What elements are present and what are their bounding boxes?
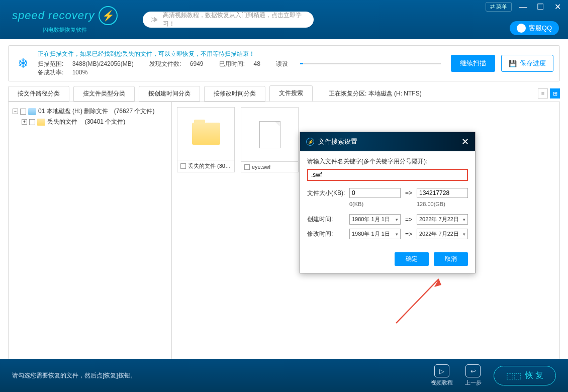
tab-path[interactable]: 按文件路径分类 (8, 86, 69, 102)
list-view-button[interactable]: ≡ (538, 88, 548, 99)
size-label: 文件大小(KB): (307, 189, 346, 198)
scan-icon: ❄ (15, 56, 32, 71)
tab-create-time[interactable]: 按创建时间分类 (139, 86, 200, 102)
recover-button[interactable]: ⬚⬚ 恢 复 (494, 366, 556, 385)
tree-child[interactable]: + 丢失的文件 (30401 个文件) (22, 117, 167, 127)
video-tutorial-button[interactable]: ▷ 视频教程 (431, 364, 453, 386)
size-from-input[interactable] (349, 188, 401, 198)
file-item-swf[interactable]: eye.swf (241, 107, 299, 172)
modify-time-label: 修改时间: (307, 230, 346, 238)
logo: speed recovery ⚡ 闪电数据恢复软件 (12, 6, 118, 34)
file-icon (259, 121, 280, 148)
collapse-icon[interactable]: − (13, 109, 18, 114)
folder-icon (37, 119, 45, 126)
dialog-header: ⚡ 文件搜索设置 ✕ (300, 132, 475, 151)
scan-progress (300, 63, 441, 64)
tutorial-banner[interactable]: 🕪 高清视频教程，数据恢复从入门到精通，点击立即学习！ (143, 12, 314, 28)
qq-support-button[interactable]: 客服QQ (510, 21, 559, 35)
app-header: speed recovery ⚡ 闪电数据恢复软件 🕪 高清视频教程，数据恢复从… (0, 0, 568, 39)
folder-tree: − 01 本地磁盘 (H:) 删除文件 (76627 个文件) + 丢失的文件 … (9, 102, 172, 367)
keyword-label: 请输入文件名关键字(多个关键字用分号隔开): (307, 157, 468, 166)
ok-button[interactable]: 确定 (395, 252, 429, 266)
file-checkbox[interactable] (180, 163, 186, 169)
chevron-down-icon: ▾ (463, 232, 465, 237)
close-icon[interactable]: ✕ (461, 136, 469, 147)
footer-hint: 请勾选您需要恢复的文件，然后点[恢复]按钮。 (12, 371, 136, 380)
tab-bar: 按文件路径分类 按文件类型分类 按创建时间分类 按修改时间分类 文件搜索 正在恢… (0, 85, 568, 102)
back-icon: ↩ (465, 364, 481, 377)
logo-subtitle: 闪电数据恢复软件 (43, 26, 87, 34)
recover-icon: ⬚⬚ (506, 371, 521, 380)
qq-icon (517, 24, 526, 33)
grid-view-button[interactable]: ⊞ (550, 88, 560, 99)
size-to-hint: 128.00(GB) (417, 201, 468, 207)
save-progress-button[interactable]: 💾保存进度 (501, 55, 553, 72)
scan-status-bar: ❄ 正在扫描文件，如果已经找到您丢失的文件，可以立即恢复，不用等待扫描结束！ 扫… (8, 45, 560, 81)
close-button[interactable]: ✕ (552, 2, 563, 12)
keyword-input[interactable] (307, 169, 468, 181)
expand-icon[interactable]: + (22, 119, 27, 125)
speaker-icon: 🕪 (150, 15, 158, 24)
arrow-label: => (404, 189, 414, 197)
folder-icon (192, 123, 220, 145)
modify-from-picker[interactable]: 1980年 1月 1日▾ (349, 229, 401, 239)
maximize-button[interactable]: ☐ (535, 2, 546, 12)
size-from-hint: 0(KB) (349, 201, 401, 207)
back-button[interactable]: ↩ 上一步 (465, 364, 482, 386)
tree-checkbox[interactable] (20, 109, 26, 115)
tree-checkbox[interactable] (29, 119, 35, 125)
continue-scan-button[interactable]: 继续扫描 (451, 55, 495, 72)
view-toggle: ≡ ⊞ (538, 88, 560, 99)
search-settings-dialog: ⚡ 文件搜索设置 ✕ 请输入文件名关键字(多个关键字用分号隔开): 文件大小(K… (300, 132, 476, 273)
content-area: − 01 本地磁盘 (H:) 删除文件 (76627 个文件) + 丢失的文件 … (8, 102, 560, 368)
partition-label: 正在恢复分区: 本地磁盘 (H: NTFS) (329, 89, 422, 98)
bolt-icon: ⚡ (306, 138, 314, 146)
file-item-folder[interactable]: 丢失的文件 (30… (177, 107, 235, 172)
scan-detail: 扫描范围: 3488(MB)/242056(MB) 发现文件数: 6949 已用… (38, 60, 290, 77)
cancel-button[interactable]: 取消 (434, 252, 468, 266)
tab-type[interactable]: 按文件类型分类 (73, 86, 135, 102)
menu-button[interactable]: ⇄ 菜单 (486, 2, 512, 12)
tree-root[interactable]: − 01 本地磁盘 (H:) 删除文件 (76627 个文件) (13, 106, 167, 117)
save-icon: 💾 (509, 60, 517, 67)
file-checkbox[interactable] (244, 164, 250, 170)
tab-modify-time[interactable]: 按修改时间分类 (204, 86, 265, 102)
chevron-down-icon: ▾ (396, 232, 398, 237)
chevron-down-icon: ▾ (463, 217, 465, 222)
minimize-button[interactable]: — (518, 3, 529, 12)
chevron-down-icon: ▾ (396, 217, 398, 222)
dialog-title: 文件搜索设置 (318, 137, 357, 146)
play-icon: ▷ (434, 364, 449, 377)
create-to-picker[interactable]: 2022年 7月22日▾ (417, 214, 468, 225)
disk-icon (28, 108, 36, 115)
scan-status-text: 正在扫描文件，如果已经找到您丢失的文件，可以立即恢复，不用等待扫描结束！ (38, 50, 290, 58)
modify-to-picker[interactable]: 2022年 7月22日▾ (417, 229, 468, 239)
create-time-label: 创建时间: (307, 215, 346, 224)
size-to-input[interactable] (417, 188, 468, 198)
window-controls: ⇄ 菜单 — ☐ ✕ (486, 2, 563, 12)
create-from-picker[interactable]: 1980年 1月 1日▾ (349, 214, 401, 225)
bolt-icon: ⚡ (99, 6, 118, 25)
footer: 请勾选您需要恢复的文件，然后点[恢复]按钮。 ▷ 视频教程 ↩ 上一步 ⬚⬚ 恢… (0, 359, 568, 392)
logo-text: speed recovery (12, 9, 94, 22)
tutorial-text: 高清视频教程，数据恢复从入门到精通，点击立即学习！ (163, 11, 307, 28)
tab-search[interactable]: 文件搜索 (269, 85, 313, 102)
